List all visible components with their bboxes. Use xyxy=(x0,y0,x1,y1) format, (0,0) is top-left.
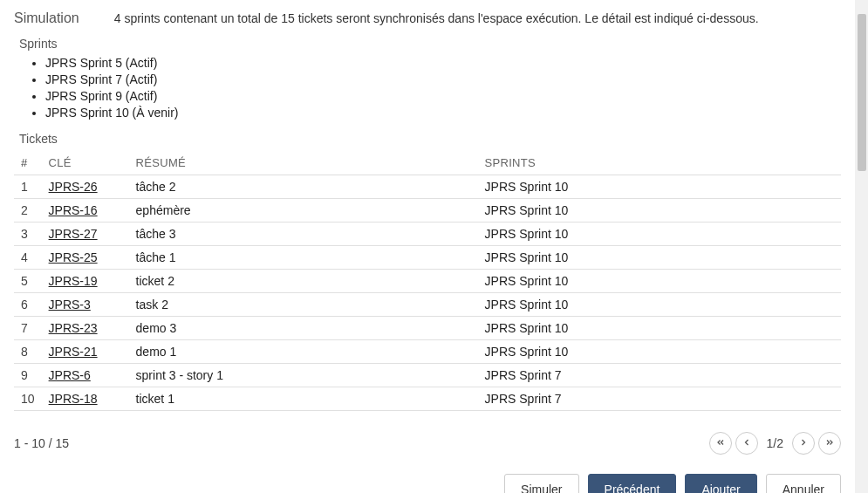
ticket-summary: ephémère xyxy=(129,199,478,223)
ticket-sprint: JPRS Sprint 7 xyxy=(478,387,841,411)
pager-prev-button[interactable] xyxy=(735,432,758,455)
ticket-sprint: JPRS Sprint 10 xyxy=(478,246,841,270)
pager-page-label: 1/2 xyxy=(762,436,789,450)
ticket-sprint: JPRS Sprint 10 xyxy=(478,340,841,364)
ticket-key-link[interactable]: JPRS-25 xyxy=(49,250,98,264)
ticket-sprint: JPRS Sprint 10 xyxy=(478,270,841,293)
col-header-num: # xyxy=(14,151,42,175)
table-row: 2JPRS-16ephémèreJPRS Sprint 10 xyxy=(14,199,841,223)
pager-next-button[interactable] xyxy=(792,432,815,455)
col-header-key: CLÉ xyxy=(42,151,129,175)
ticket-key-link[interactable]: JPRS-26 xyxy=(49,180,98,194)
ticket-summary: demo 3 xyxy=(129,317,478,340)
sprint-item: JPRS Sprint 7 (Actif) xyxy=(45,72,841,86)
chevron-left-icon xyxy=(742,436,752,450)
ticket-sprint: JPRS Sprint 10 xyxy=(478,317,841,340)
ticket-key-link[interactable]: JPRS-16 xyxy=(49,203,98,217)
row-number: 10 xyxy=(14,387,42,411)
ticket-key-link[interactable]: JPRS-19 xyxy=(49,274,98,288)
table-row: 8JPRS-21demo 1JPRS Sprint 10 xyxy=(14,340,841,364)
table-row: 1JPRS-26tâche 2JPRS Sprint 10 xyxy=(14,175,841,199)
ticket-summary: tâche 3 xyxy=(129,223,478,246)
table-row: 6JPRS-3task 2JPRS Sprint 10 xyxy=(14,293,841,317)
pager-first-button[interactable] xyxy=(709,432,732,455)
row-number: 6 xyxy=(14,293,42,317)
ticket-summary: ticket 1 xyxy=(129,387,478,411)
chevron-right-icon xyxy=(798,436,809,450)
outer-scrollbar-track[interactable] xyxy=(855,0,868,493)
table-row: 4JPRS-25tâche 1JPRS Sprint 10 xyxy=(14,246,841,270)
ticket-sprint: JPRS Sprint 10 xyxy=(478,175,841,199)
pager-last-button[interactable] xyxy=(818,432,841,455)
row-number: 7 xyxy=(14,317,42,340)
ticket-sprint: JPRS Sprint 10 xyxy=(478,223,841,246)
row-number: 4 xyxy=(14,246,42,270)
sprints-list: JPRS Sprint 5 (Actif) JPRS Sprint 7 (Act… xyxy=(45,56,841,120)
ticket-summary: sprint 3 - story 1 xyxy=(129,364,478,387)
table-row: 9JPRS-6sprint 3 - story 1JPRS Sprint 7 xyxy=(14,364,841,387)
ticket-key-link[interactable]: JPRS-3 xyxy=(49,298,91,312)
cancel-button[interactable]: Annuler xyxy=(766,474,841,493)
ticket-key-link[interactable]: JPRS-23 xyxy=(49,321,98,335)
ticket-key-link[interactable]: JPRS-6 xyxy=(49,368,91,382)
col-header-summary: RÉSUMÉ xyxy=(129,151,478,175)
row-number: 3 xyxy=(14,223,42,246)
sprint-item: JPRS Sprint 9 (Actif) xyxy=(45,89,841,103)
row-number: 1 xyxy=(14,175,42,199)
sprint-item: JPRS Sprint 5 (Actif) xyxy=(45,56,841,70)
col-header-sprints: SPRINTS xyxy=(478,151,841,175)
add-button[interactable]: Ajouter xyxy=(685,474,756,493)
ticket-summary: demo 1 xyxy=(129,340,478,364)
tickets-section-label: Tickets xyxy=(19,132,841,146)
row-number: 8 xyxy=(14,340,42,364)
ticket-sprint: JPRS Sprint 7 xyxy=(478,364,841,387)
ticket-key-link[interactable]: JPRS-27 xyxy=(49,227,98,241)
table-row: 5JPRS-19ticket 2JPRS Sprint 10 xyxy=(14,270,841,293)
pagination-range: 1 - 10 / 15 xyxy=(14,436,69,450)
ticket-summary: tâche 2 xyxy=(129,175,478,199)
ticket-summary: tâche 1 xyxy=(129,246,478,270)
ticket-summary: ticket 2 xyxy=(129,270,478,293)
ticket-key-link[interactable]: JPRS-18 xyxy=(49,392,98,406)
row-number: 2 xyxy=(14,199,42,223)
simulation-label: Simulation xyxy=(14,10,79,26)
outer-scrollbar-thumb[interactable] xyxy=(858,14,866,171)
row-number: 9 xyxy=(14,364,42,387)
simulation-description: 4 sprints contenant un total de 15 ticke… xyxy=(114,11,759,25)
chevron-double-right-icon xyxy=(824,436,835,450)
row-number: 5 xyxy=(14,270,42,293)
ticket-key-link[interactable]: JPRS-21 xyxy=(49,345,98,359)
pager: 1/2 xyxy=(709,432,841,455)
table-row: 3JPRS-27tâche 3JPRS Sprint 10 xyxy=(14,223,841,246)
sprints-section-label: Sprints xyxy=(19,37,841,51)
tickets-table: # CLÉ RÉSUMÉ SPRINTS 1JPRS-26tâche 2JPRS… xyxy=(14,151,841,411)
chevron-double-left-icon xyxy=(715,436,726,450)
simulate-button[interactable]: Simuler xyxy=(504,474,578,493)
ticket-sprint: JPRS Sprint 10 xyxy=(478,293,841,317)
sprint-item: JPRS Sprint 10 (À venir) xyxy=(45,106,841,120)
previous-button[interactable]: Précédent xyxy=(588,474,677,493)
ticket-sprint: JPRS Sprint 10 xyxy=(478,199,841,223)
table-row: 7JPRS-23demo 3JPRS Sprint 10 xyxy=(14,317,841,340)
table-row: 10JPRS-18ticket 1JPRS Sprint 7 xyxy=(14,387,841,411)
ticket-summary: task 2 xyxy=(129,293,478,317)
